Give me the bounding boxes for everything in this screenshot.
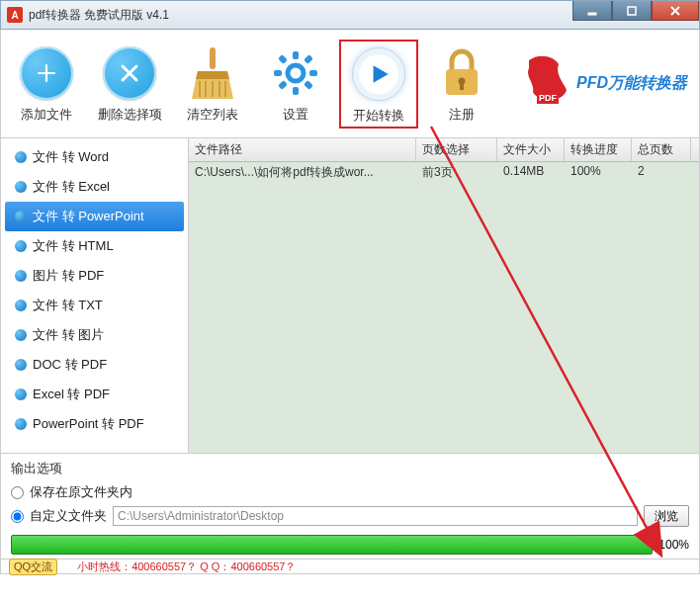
sidebar-item-img2pdf[interactable]: 图片 转 PDF — [5, 261, 184, 291]
main-content: 文件 转 Word 文件 转 Excel 文件 转 PowerPoint 文件 … — [0, 138, 700, 453]
sidebar-item-label: 文件 转 图片 — [33, 326, 104, 344]
window-buttons — [572, 1, 699, 21]
th-path[interactable]: 文件路径 — [189, 138, 416, 161]
broom-icon — [184, 44, 241, 102]
svg-rect-10 — [304, 54, 313, 64]
minimize-button[interactable] — [572, 1, 612, 21]
toolbar-label: 开始转换 — [353, 107, 404, 125]
svg-rect-14 — [460, 83, 464, 90]
output-path-input[interactable] — [113, 506, 638, 526]
th-progress[interactable]: 转换进度 — [565, 138, 632, 161]
brand-text: PFD万能转换器 — [576, 73, 687, 94]
svg-rect-2 — [210, 47, 216, 69]
close-button[interactable] — [652, 1, 699, 21]
bullet-icon — [15, 181, 27, 193]
td-size: 0.14MB — [497, 162, 565, 183]
th-size[interactable]: 文件大小 — [497, 138, 565, 161]
sidebar-item-excel[interactable]: 文件 转 Excel — [5, 172, 184, 202]
output-section-title: 输出选项 — [11, 460, 689, 477]
sidebar-item-label: 文件 转 Word — [33, 148, 109, 166]
overall-progress: 100% — [11, 535, 689, 555]
bullet-icon — [15, 418, 27, 430]
sidebar-item-label: PowerPoint 转 PDF — [33, 415, 144, 433]
svg-point-3 — [288, 65, 304, 81]
clear-list-button[interactable]: 清空列表 — [173, 44, 252, 124]
progress-bar — [11, 535, 653, 555]
radio-custom-folder[interactable]: 自定义文件夹 浏览 — [11, 505, 689, 527]
svg-rect-7 — [309, 70, 317, 76]
svg-rect-8 — [278, 54, 288, 64]
th-page[interactable]: 页数选择 — [416, 138, 497, 161]
toolbar: 添加文件 删除选择项 清空列表 设置 开始转换 注册 PDF PFD万能转换器 — [0, 30, 700, 138]
progress-percent: 100% — [658, 538, 689, 552]
toolbar-label: 注册 — [449, 106, 475, 124]
sidebar-item-label: Excel 转 PDF — [33, 386, 110, 403]
sidebar: 文件 转 Word 文件 转 Excel 文件 转 PowerPoint 文件 … — [1, 138, 189, 453]
toolbar-label: 清空列表 — [187, 106, 238, 124]
radio-original-folder[interactable]: 保存在原文件夹内 — [11, 483, 689, 501]
svg-rect-1 — [628, 7, 636, 15]
table-row[interactable]: C:\Users\...\如何将pdf转换成wor... 前3页 0.14MB … — [189, 162, 699, 183]
sidebar-item-txt[interactable]: 文件 转 TXT — [5, 291, 184, 320]
toolbar-label: 删除选择项 — [98, 106, 162, 124]
pdf-icon: PDF — [523, 54, 570, 114]
svg-rect-6 — [274, 70, 282, 76]
sidebar-item-label: 文件 转 TXT — [33, 297, 103, 314]
svg-rect-5 — [293, 87, 299, 95]
bullet-icon — [15, 240, 27, 252]
toolbar-label: 设置 — [283, 106, 308, 124]
maximize-button[interactable] — [612, 1, 652, 21]
radio-original-label: 保存在原文件夹内 — [30, 483, 132, 501]
sidebar-item-ppt2pdf[interactable]: PowerPoint 转 PDF — [5, 409, 184, 439]
td-path: C:\Users\...\如何将pdf转换成wor... — [189, 162, 416, 183]
bullet-icon — [15, 329, 27, 341]
sidebar-item-label: DOC 转 PDF — [33, 356, 107, 374]
window-title: pdf转换器 免费试用版 v4.1 — [29, 7, 169, 24]
titlebar: A pdf转换器 免费试用版 v4.1 — [0, 0, 700, 30]
svg-rect-0 — [588, 13, 596, 15]
sidebar-item-img[interactable]: 文件 转 图片 — [5, 320, 184, 350]
remove-selected-button[interactable]: 删除选择项 — [90, 44, 169, 124]
radio-original-input[interactable] — [11, 486, 24, 499]
td-progress: 100% — [565, 162, 632, 183]
td-total: 2 — [632, 162, 691, 183]
register-button[interactable]: 注册 — [422, 44, 501, 124]
settings-button[interactable]: 设置 — [256, 44, 335, 124]
bullet-icon — [15, 211, 27, 222]
td-page: 前3页 — [416, 162, 497, 183]
qq-badge[interactable]: QQ交流 — [9, 559, 57, 575]
toolbar-label: 添加文件 — [21, 106, 72, 124]
svg-text:PDF: PDF — [539, 93, 558, 103]
table-header-row: 文件路径 页数选择 文件大小 转换进度 总页数 — [189, 138, 699, 162]
gear-icon — [267, 44, 324, 102]
bullet-icon — [15, 151, 27, 163]
bullet-icon — [15, 359, 27, 371]
brand-logo: PDF PFD万能转换器 — [523, 54, 693, 114]
sidebar-item-html[interactable]: 文件 转 HTML — [5, 231, 184, 261]
start-convert-button[interactable]: 开始转换 — [339, 40, 418, 129]
app-icon: A — [7, 7, 23, 23]
file-table: 文件路径 页数选择 文件大小 转换进度 总页数 C:\Users\...\如何将… — [189, 138, 699, 453]
sidebar-item-doc2pdf[interactable]: DOC 转 PDF — [5, 350, 184, 380]
footer-strip: QQ交流 小时热线：400660557？ Q Q：400660557？ — [0, 559, 700, 574]
bullet-icon — [15, 300, 27, 311]
add-file-button[interactable]: 添加文件 — [7, 44, 86, 124]
sidebar-item-word[interactable]: 文件 转 Word — [5, 142, 184, 172]
radio-custom-input[interactable] — [11, 510, 24, 523]
bullet-icon — [15, 270, 27, 282]
svg-rect-4 — [293, 51, 299, 59]
sidebar-item-label: 文件 转 HTML — [33, 237, 114, 255]
browse-button[interactable]: 浏览 — [644, 505, 689, 527]
th-total[interactable]: 总页数 — [632, 138, 691, 161]
play-icon — [352, 47, 405, 101]
sidebar-item-label: 文件 转 Excel — [33, 178, 110, 196]
x-icon — [103, 46, 156, 100]
svg-rect-11 — [278, 80, 288, 90]
plus-icon — [20, 46, 73, 100]
sidebar-item-powerpoint[interactable]: 文件 转 PowerPoint — [5, 202, 184, 231]
sidebar-item-excel2pdf[interactable]: Excel 转 PDF — [5, 380, 184, 409]
bullet-icon — [15, 388, 27, 400]
hotline-text: 小时热线：400660557？ Q Q：400660557？ — [77, 560, 296, 574]
svg-rect-9 — [304, 80, 313, 90]
lock-icon — [433, 44, 490, 102]
